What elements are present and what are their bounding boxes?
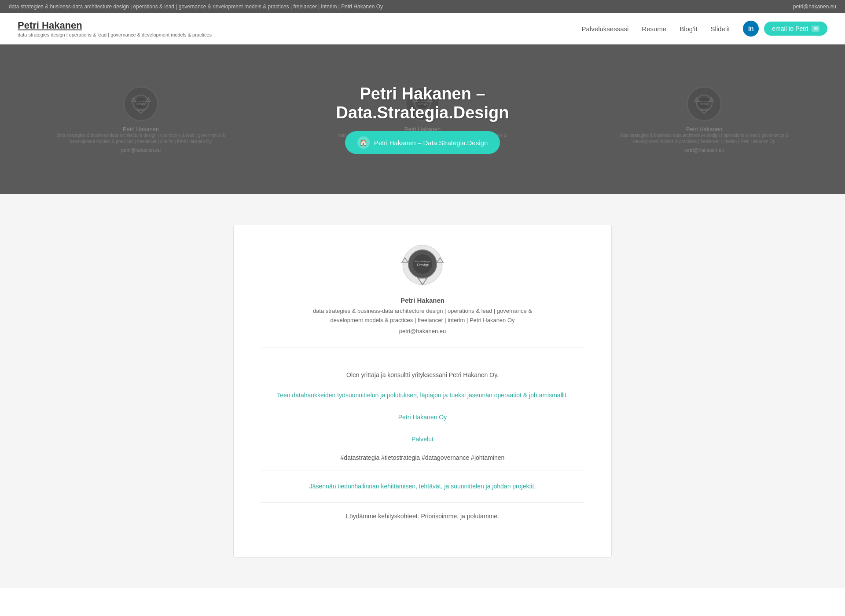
content-section-1: Olen yrittäjä ja konsultti yrityksessäni…: [260, 361, 585, 471]
tile-logo-1: data.strategia .Design: [123, 86, 158, 121]
profile-tagline: data strategies & business-data architec…: [260, 307, 585, 325]
nav-blogit[interactable]: Blog'it: [680, 25, 697, 33]
tile-desc-3: data strategies & business-data architec…: [620, 132, 788, 145]
nav-resume[interactable]: Resume: [642, 25, 666, 33]
logo-name[interactable]: Petri Hakanen: [18, 20, 212, 31]
envelope-icon: ✉: [812, 26, 819, 32]
hero-cta-label: Petri Hakanen – Data.Strategia.Design: [374, 139, 488, 147]
hero-title-line2: Data.Strategia.Design: [336, 103, 509, 122]
header-actions: in email to Petri ✉: [743, 21, 827, 37]
section2-link[interactable]: Jäsennän tiedonhallinnan kehittämisen, t…: [260, 483, 585, 490]
linkedin-button[interactable]: in: [743, 21, 759, 37]
top-bar-email: petri@hakanen.eu: [793, 4, 836, 10]
email-button-label: email to Petri: [772, 25, 808, 32]
site-logo: Petri Hakanen data strategies design | o…: [18, 20, 212, 37]
logo-tagline: data strategies design | operations & le…: [18, 32, 212, 37]
hero-tile-3: data.strategia .Design Petri Hakanen dat…: [563, 44, 845, 194]
section3-text: Löydämme kehityskohteet. Priorisoimme, j…: [260, 511, 585, 522]
tile-email-3: petri@hakanen.eu: [684, 147, 724, 153]
email-to-petri-button[interactable]: email to Petri ✉: [764, 22, 827, 36]
top-bar: data strategies & business-data architec…: [0, 0, 845, 13]
svg-text:.Design: .Design: [416, 263, 430, 267]
hero-section: data.strategia .Design Petri Hakanen dat…: [0, 44, 845, 194]
profile-card: data.strategia .Design Petri Hakanen dat…: [260, 243, 585, 348]
hero-title: Petri Hakanen – Data.Strategia.Design: [336, 84, 509, 122]
page-background: data.strategia .Design Petri Hakanen dat…: [0, 194, 845, 588]
content-section-2: Jäsennän tiedonhallinnan kehittämisen, t…: [260, 470, 585, 502]
hashtags: #datastrategia #tietostrategia #datagove…: [260, 454, 585, 461]
top-bar-scroll-text: data strategies & business-data architec…: [9, 4, 383, 10]
profile-logo: data.strategia .Design: [398, 243, 447, 291]
tile-email-1: petri@hakanen.eu: [121, 147, 161, 153]
tile-name-3: Petri Hakanen: [686, 126, 722, 132]
svg-text:.Design: .Design: [699, 103, 709, 106]
hero-content: Petri Hakanen – Data.Strategia.Design 🏠 …: [336, 84, 509, 154]
site-header: Petri Hakanen data strategies design | o…: [0, 13, 845, 44]
intro-text: Olen yrittäjä ja konsultti yrityksessäni…: [260, 370, 585, 381]
hero-title-line1: Petri Hakanen –: [360, 84, 485, 103]
linkedin-icon: in: [748, 25, 753, 32]
hero-cta-button[interactable]: 🏠 Petri Hakanen – Data.Strategia.Design: [345, 131, 500, 154]
main-nav: Palveluksessasi Resume Blog'it Slide'it: [582, 25, 730, 33]
tile-name-1: Petri Hakanen: [123, 126, 159, 132]
header-right: Palveluksessasi Resume Blog'it Slide'it …: [582, 21, 827, 37]
tile-logo-3: data.strategia .Design: [687, 86, 722, 121]
svg-text:.Design: .Design: [136, 103, 146, 106]
profile-email: petri@hakanen.eu: [260, 328, 585, 334]
company-link[interactable]: Petri Hakanen Oy: [260, 414, 585, 421]
main-content: data.strategia .Design Petri Hakanen dat…: [233, 225, 612, 557]
hero-cta-icon: 🏠: [357, 136, 370, 149]
tile-desc-1: data strategies & business-data architec…: [56, 132, 225, 145]
profile-name: Petri Hakanen: [260, 297, 585, 304]
nav-palveluksessasi[interactable]: Palveluksessasi: [582, 25, 629, 33]
nav-slideit[interactable]: Slide'it: [711, 25, 730, 33]
services-link[interactable]: Palvelut: [260, 436, 585, 443]
service-description-link[interactable]: Teen datahankkeiden työsuunnittelun ja p…: [260, 392, 585, 399]
hero-tile-1: data.strategia .Design Petri Hakanen dat…: [0, 44, 282, 194]
content-section-3: Löydämme kehityskohteet. Priorisoimme, j…: [260, 502, 585, 531]
